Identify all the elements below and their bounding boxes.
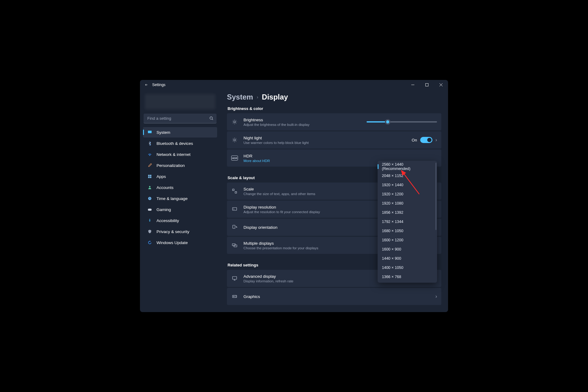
graphics-card[interactable]: Graphics › <box>227 288 441 305</box>
resolution-option[interactable]: 1920 × 1080 <box>378 199 437 208</box>
svg-rect-5 <box>148 177 150 178</box>
bluetooth-icon <box>147 141 152 146</box>
svg-point-1 <box>210 117 212 119</box>
nav-list: SystemBluetooth & devicesNetwork & inter… <box>143 127 217 248</box>
sidebar-item-label: System <box>156 130 170 135</box>
gamepad-icon <box>147 207 152 212</box>
breadcrumb-current: Display <box>262 93 288 101</box>
resolution-option[interactable]: 1856 × 1392 <box>378 208 437 217</box>
svg-point-11 <box>234 121 236 123</box>
resolution-option[interactable]: 2048 × 1152 <box>378 171 437 180</box>
orientation-icon <box>231 224 238 231</box>
sidebar-item-label: Apps <box>156 174 166 179</box>
window-title: Settings <box>152 83 165 87</box>
nightlight-title: Night light <box>243 136 412 140</box>
svg-point-12 <box>234 139 236 141</box>
svg-point-7 <box>149 186 151 187</box>
main-content[interactable]: System › Display Brightness & color Brig… <box>220 90 448 312</box>
sidebar-item-label: Windows Update <box>156 240 188 245</box>
search-icon <box>209 116 213 120</box>
svg-rect-0 <box>426 84 428 86</box>
svg-rect-20 <box>232 295 237 298</box>
sun-icon <box>231 119 238 125</box>
sidebar-item-label: Accounts <box>156 185 174 190</box>
resolution-option[interactable]: 1440 × 900 <box>378 254 437 263</box>
scale-icon <box>231 188 238 194</box>
sidebar-item-privacy-security[interactable]: Privacy & security <box>143 226 217 237</box>
sidebar-item-system[interactable]: System <box>143 127 217 138</box>
brightness-title: Brightness <box>243 118 367 122</box>
wifi-icon <box>147 152 152 157</box>
svg-point-21 <box>233 296 234 297</box>
chevron-right-icon: › <box>435 137 437 143</box>
access-icon <box>147 218 152 223</box>
svg-rect-14 <box>235 192 237 193</box>
maximize-button[interactable] <box>420 80 434 90</box>
svg-rect-4 <box>150 175 152 176</box>
person-icon <box>147 185 152 190</box>
svg-rect-13 <box>232 189 234 190</box>
sidebar-item-windows-update[interactable]: Windows Update <box>143 237 217 248</box>
svg-rect-16 <box>233 225 235 228</box>
svg-rect-19 <box>232 277 237 279</box>
resolution-option[interactable]: 1366 × 768 <box>378 272 437 281</box>
resolution-option[interactable]: 1920 × 1440 <box>378 180 437 190</box>
window-controls <box>406 80 448 90</box>
clock-icon <box>147 196 152 201</box>
section-brightness-color: Brightness & color <box>228 106 441 111</box>
back-button[interactable] <box>144 83 149 87</box>
nightlight-card[interactable]: Night light Use warmer colors to help bl… <box>227 131 441 149</box>
profile-blur <box>145 94 215 109</box>
sidebar-item-accessibility[interactable]: Accessibility <box>143 215 217 226</box>
multiple-displays-icon <box>231 242 238 249</box>
nightlight-icon <box>231 137 238 143</box>
sidebar-item-label: Accessibility <box>156 218 179 223</box>
sidebar-item-bluetooth-devices[interactable]: Bluetooth & devices <box>143 138 217 149</box>
sidebar-item-personalization[interactable]: Personalization <box>143 160 217 171</box>
search-wrap <box>144 114 217 123</box>
sidebar-item-label: Bluetooth & devices <box>156 141 193 146</box>
breadcrumb: System › Display <box>227 93 441 101</box>
minimize-button[interactable] <box>406 80 420 90</box>
chevron-right-icon: › <box>257 95 258 100</box>
nightlight-sub: Use warmer colors to help block blue lig… <box>243 141 412 145</box>
svg-rect-3 <box>148 175 150 176</box>
sidebar-item-apps[interactable]: Apps <box>143 171 217 182</box>
sidebar: SystemBluetooth & devicesNetwork & inter… <box>140 90 220 312</box>
sidebar-item-accounts[interactable]: Accounts <box>143 182 217 193</box>
apps-icon <box>147 174 152 179</box>
nightlight-state: On <box>412 138 417 142</box>
nightlight-toggle[interactable] <box>420 137 432 143</box>
brightness-slider[interactable] <box>367 121 437 123</box>
sidebar-item-label: Time & language <box>156 196 188 201</box>
breadcrumb-parent[interactable]: System <box>227 93 253 101</box>
resolution-option[interactable]: 1792 × 1344 <box>378 217 437 226</box>
resolution-option[interactable]: 2560 × 1440 (Recommended) <box>378 162 437 171</box>
monitor-icon <box>231 275 238 282</box>
resolution-dropdown[interactable]: 2560 × 1440 (Recommended)2048 × 11521920… <box>378 161 437 283</box>
svg-rect-15 <box>232 208 237 210</box>
hdr-icon: HDR <box>231 155 238 161</box>
monitor-icon <box>147 130 152 135</box>
sidebar-item-time-language[interactable]: Time & language <box>143 193 217 204</box>
resolution-option[interactable]: 1400 × 1050 <box>378 263 437 272</box>
shield-icon <box>147 229 152 234</box>
svg-rect-9 <box>148 209 152 211</box>
resolution-icon <box>231 206 238 213</box>
chevron-right-icon: › <box>435 294 437 299</box>
brightness-card[interactable]: Brightness Adjust the brightness of the … <box>227 113 441 130</box>
resolution-option[interactable]: 1600 × 900 <box>378 245 437 254</box>
graphics-icon <box>231 293 238 300</box>
resolution-option[interactable]: 1680 × 1050 <box>378 226 437 236</box>
sidebar-item-label: Gaming <box>156 207 171 212</box>
resolution-option[interactable]: 1920 × 1200 <box>378 190 437 199</box>
titlebar: Settings <box>140 80 448 90</box>
sidebar-item-label: Personalization <box>156 163 185 168</box>
sidebar-item-gaming[interactable]: Gaming <box>143 204 217 215</box>
resolution-option[interactable]: 1600 × 1200 <box>378 236 437 245</box>
search-input[interactable] <box>144 114 217 123</box>
svg-rect-2 <box>148 131 152 133</box>
sidebar-item-network-internet[interactable]: Network & internet <box>143 149 217 160</box>
sidebar-item-label: Network & internet <box>156 152 190 157</box>
close-button[interactable] <box>434 80 448 90</box>
